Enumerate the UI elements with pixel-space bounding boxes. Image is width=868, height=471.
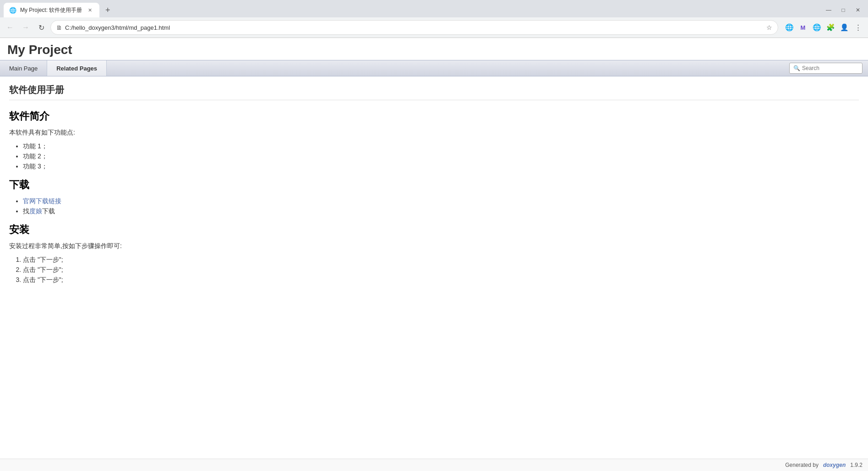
reload-button[interactable]: ↻ bbox=[35, 21, 48, 34]
install-intro-text: 安装过程非常简单,按如下步骤操作即可: bbox=[9, 242, 859, 250]
toolbar-icons: 🌐 M 🌐 🧩 👤 ⋮ bbox=[783, 21, 864, 34]
profile-icon[interactable]: 👤 bbox=[838, 21, 851, 34]
nav-main-page[interactable]: Main Page bbox=[0, 60, 47, 76]
doxy-navbar: Main Page Related Pages 🔍 bbox=[0, 60, 868, 76]
section-intro-title: 软件简介 bbox=[9, 109, 859, 123]
list-item: 点击 "下一步"; bbox=[23, 256, 859, 264]
list-item: 点击 "下一步"; bbox=[23, 266, 859, 274]
forward-button[interactable]: → bbox=[19, 21, 32, 34]
list-item: 点击 "下一步"; bbox=[23, 276, 859, 284]
edge-icon[interactable]: M bbox=[797, 21, 809, 34]
list-item: 功能 3； bbox=[23, 162, 859, 171]
browser-link-icon[interactable]: 🌐 bbox=[810, 21, 823, 34]
address-bar: ← → ↻ 🗎 C:/hello_doxygen3/html/md_page1.… bbox=[0, 17, 868, 38]
search-input[interactable] bbox=[802, 65, 858, 71]
list-item-download-baidu: 找度娘下载 bbox=[23, 207, 859, 216]
new-tab-button[interactable]: + bbox=[101, 4, 114, 16]
doxygen-page: My Project Main Page Related Pages 🔍 软件使… bbox=[0, 38, 868, 299]
url-lock-icon: 🗎 bbox=[56, 24, 62, 31]
doxy-content: 软件使用手册 软件简介 本软件具有如下功能点: 功能 1； 功能 2； 功能 3… bbox=[0, 76, 868, 299]
baidu-link[interactable]: 度娘 bbox=[29, 207, 42, 215]
active-tab[interactable]: 🌐 My Project: 软件使用手册 ✕ bbox=[4, 3, 99, 17]
tab-favicon: 🌐 bbox=[9, 6, 16, 14]
doxy-header: My Project bbox=[0, 38, 868, 60]
tab-close-button[interactable]: ✕ bbox=[86, 6, 94, 14]
url-bar[interactable]: 🗎 C:/hello_doxygen3/html/md_page1.html ☆ bbox=[50, 20, 778, 35]
browser-chrome: 🌐 My Project: 软件使用手册 ✕ + — □ ✕ ← → ↻ 🗎 C… bbox=[0, 0, 868, 38]
page-title: 软件使用手册 bbox=[9, 84, 859, 100]
list-item: 功能 1； bbox=[23, 142, 859, 151]
maximize-button[interactable]: □ bbox=[837, 4, 850, 16]
baidu-suffix-text: 下载 bbox=[42, 207, 55, 215]
window-controls: — □ ✕ bbox=[822, 4, 864, 16]
section-intro-text: 本软件具有如下功能点: bbox=[9, 129, 859, 137]
tab-title: My Project: 软件使用手册 bbox=[20, 6, 82, 14]
globe-icon[interactable]: 🌐 bbox=[783, 21, 796, 34]
baidu-prefix-text: 找 bbox=[23, 207, 29, 215]
bookmark-icon[interactable]: ☆ bbox=[766, 24, 772, 31]
nav-related-pages[interactable]: Related Pages bbox=[47, 60, 107, 76]
section-download-title: 下载 bbox=[9, 178, 859, 192]
tab-bar: 🌐 My Project: 软件使用手册 ✕ + — □ ✕ bbox=[0, 0, 868, 17]
back-button[interactable]: ← bbox=[4, 21, 16, 34]
extensions-icon[interactable]: 🧩 bbox=[824, 21, 837, 34]
doxy-search-container: 🔍 bbox=[784, 60, 868, 76]
list-item: 功能 2； bbox=[23, 152, 859, 161]
list-item-download-official: 官网下载链接 bbox=[23, 197, 859, 206]
more-menu-icon[interactable]: ⋮ bbox=[852, 21, 864, 34]
section-install-title: 安装 bbox=[9, 223, 859, 237]
search-box[interactable]: 🔍 bbox=[789, 63, 863, 74]
close-window-button[interactable]: ✕ bbox=[852, 4, 864, 16]
download-list: 官网下载链接 找度娘下载 bbox=[23, 197, 859, 216]
project-title: My Project bbox=[7, 43, 861, 57]
features-list: 功能 1； 功能 2； 功能 3； bbox=[23, 142, 859, 171]
search-icon: 🔍 bbox=[793, 65, 800, 71]
install-steps-list: 点击 "下一步"; 点击 "下一步"; 点击 "下一步"; bbox=[23, 256, 859, 284]
minimize-button[interactable]: — bbox=[822, 4, 835, 16]
official-download-link[interactable]: 官网下载链接 bbox=[23, 197, 61, 205]
url-text: C:/hello_doxygen3/html/md_page1.html bbox=[65, 24, 764, 31]
